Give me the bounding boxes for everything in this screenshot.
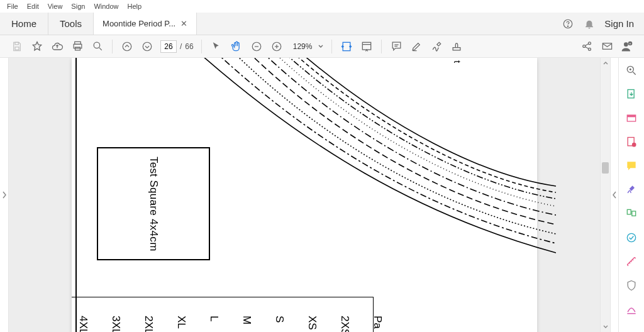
search-minus-icon[interactable] bbox=[91, 40, 104, 53]
svg-point-10 bbox=[143, 42, 152, 51]
svg-rect-3 bbox=[15, 47, 19, 50]
test-square-label: Test Square 4x4cm bbox=[147, 157, 160, 252]
close-tab-button[interactable]: ✕ bbox=[180, 19, 187, 28]
page-total: 66 bbox=[185, 42, 193, 51]
comment-icon[interactable] bbox=[389, 40, 403, 53]
svg-line-27 bbox=[585, 47, 589, 48]
fit-width-icon[interactable] bbox=[340, 40, 353, 53]
svg-rect-16 bbox=[343, 42, 351, 50]
tab-document-label: Moontide Period P... bbox=[103, 19, 175, 28]
svg-point-44 bbox=[627, 233, 635, 241]
toolbar: / 66 129% + bbox=[0, 35, 644, 58]
sign-icon[interactable] bbox=[430, 40, 443, 53]
size-2xs: 2XS bbox=[338, 316, 351, 332]
chevron-down-icon bbox=[318, 43, 324, 50]
right-tools-panel: + bbox=[619, 58, 644, 332]
left-panel-toggle[interactable] bbox=[0, 58, 9, 332]
scroll-thumb[interactable] bbox=[602, 162, 609, 174]
scroll-up-icon[interactable] bbox=[601, 58, 610, 68]
cloud-upload-icon[interactable] bbox=[50, 40, 64, 53]
svg-line-33 bbox=[633, 72, 636, 75]
document-viewport[interactable]: t Te bbox=[9, 58, 600, 332]
size-labels: Pa 2XS XS S M L XL 2XL 3XL 4XL bbox=[77, 316, 384, 332]
menu-view[interactable]: View bbox=[43, 1, 67, 11]
size-pattern-label: Pa bbox=[371, 316, 384, 332]
hand-icon[interactable] bbox=[230, 40, 243, 53]
more-tools-icon[interactable] bbox=[624, 302, 639, 317]
help-icon[interactable] bbox=[562, 18, 574, 30]
zoom-dropdown[interactable]: 129% bbox=[290, 40, 325, 53]
share-icon[interactable] bbox=[580, 40, 594, 53]
size-3xl: 3XL bbox=[109, 316, 122, 332]
page-sep: / bbox=[180, 42, 182, 51]
pdf-page: t Te bbox=[72, 58, 537, 332]
highlight-icon[interactable] bbox=[409, 40, 423, 53]
zoom-in-icon[interactable] bbox=[270, 40, 284, 53]
mail-icon[interactable] bbox=[600, 40, 614, 53]
svg-rect-2 bbox=[15, 42, 18, 45]
page-down-icon[interactable] bbox=[140, 40, 154, 53]
menu-bar: File Edit View Sign Window Help bbox=[0, 0, 644, 13]
test-square: Test Square 4x4cm bbox=[97, 147, 210, 260]
chevron-left-icon bbox=[612, 191, 617, 199]
page-crop-line-left bbox=[75, 58, 77, 332]
right-panel-toggle[interactable] bbox=[610, 58, 619, 332]
svg-rect-43 bbox=[632, 211, 636, 216]
svg-line-26 bbox=[585, 44, 589, 46]
pattern-curves bbox=[179, 58, 556, 290]
size-4xl: 4XL bbox=[77, 316, 89, 332]
tab-tools[interactable]: Tools bbox=[48, 13, 94, 35]
tab-bar: Home Tools Moontide Period P... ✕ Sign I… bbox=[0, 13, 644, 35]
export-pdf-icon[interactable] bbox=[624, 87, 639, 102]
send-review-icon[interactable] bbox=[624, 230, 639, 245]
read-mode-icon[interactable] bbox=[360, 40, 374, 53]
save-icon[interactable] bbox=[10, 40, 24, 53]
zoom-out-icon[interactable] bbox=[250, 40, 264, 53]
svg-point-29 bbox=[624, 42, 628, 47]
size-s: S bbox=[273, 316, 286, 332]
tab-home[interactable]: Home bbox=[0, 13, 48, 35]
print-icon[interactable] bbox=[70, 40, 84, 53]
comment-panel-icon[interactable] bbox=[624, 158, 639, 174]
menu-file[interactable]: File bbox=[3, 1, 23, 11]
bell-icon[interactable] bbox=[583, 18, 596, 30]
menu-help[interactable]: Help bbox=[123, 1, 147, 11]
search-icon[interactable] bbox=[624, 63, 639, 78]
size-xs: XS bbox=[306, 316, 318, 332]
sign-in-link[interactable]: Sign In bbox=[604, 18, 634, 29]
svg-rect-38 bbox=[627, 115, 635, 117]
menu-sign[interactable]: Sign bbox=[67, 1, 89, 11]
svg-text:+: + bbox=[630, 41, 631, 45]
create-pdf-icon[interactable] bbox=[624, 111, 639, 126]
svg-text:+: + bbox=[633, 143, 635, 147]
star-icon[interactable] bbox=[30, 40, 44, 53]
protect-icon[interactable] bbox=[624, 278, 639, 293]
add-user-icon[interactable]: + bbox=[620, 40, 634, 53]
edit-pdf-icon[interactable]: + bbox=[624, 135, 639, 150]
select-icon[interactable] bbox=[209, 40, 223, 53]
size-xl: XL bbox=[175, 316, 187, 332]
page-up-icon[interactable] bbox=[120, 40, 134, 53]
zoom-value: 129% bbox=[290, 40, 316, 53]
menu-window[interactable]: Window bbox=[89, 1, 123, 11]
menu-edit[interactable]: Edit bbox=[23, 1, 43, 11]
tab-document[interactable]: Moontide Period P... ✕ bbox=[94, 13, 197, 35]
fill-sign-icon[interactable] bbox=[624, 182, 639, 197]
main-area: t Te bbox=[0, 58, 644, 332]
measure-icon[interactable] bbox=[624, 254, 639, 269]
svg-line-8 bbox=[99, 48, 101, 50]
svg-point-7 bbox=[94, 42, 100, 48]
svg-rect-28 bbox=[602, 43, 611, 50]
page-indicator: / 66 bbox=[160, 40, 194, 53]
vertical-scrollbar[interactable] bbox=[600, 58, 610, 332]
stamp-icon[interactable] bbox=[450, 40, 464, 53]
svg-rect-42 bbox=[627, 209, 631, 214]
svg-rect-17 bbox=[363, 42, 371, 50]
svg-rect-36 bbox=[628, 90, 634, 98]
page-current-input[interactable] bbox=[160, 40, 177, 53]
svg-rect-22 bbox=[453, 47, 461, 50]
organize-icon[interactable] bbox=[624, 206, 639, 221]
size-l: L bbox=[208, 316, 220, 332]
scroll-down-icon[interactable] bbox=[601, 322, 610, 332]
svg-rect-6 bbox=[75, 47, 80, 50]
